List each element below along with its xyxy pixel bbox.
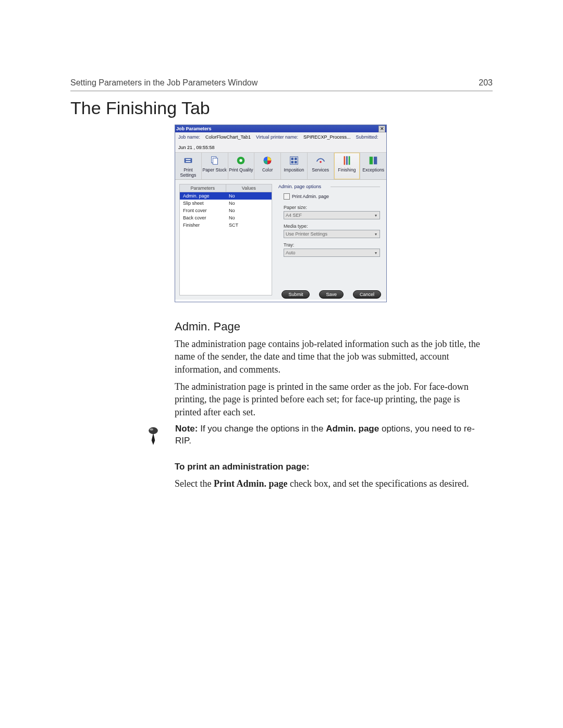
page-number: 203 [479, 78, 493, 88]
procedure-heading: To print an administration page: [175, 462, 309, 472]
tab-label: Color [254, 167, 280, 172]
paragraph: The administration page is printed in th… [175, 380, 487, 418]
select-value: Auto [286, 250, 296, 255]
procedure-body: Select the Print Admin. page check box, … [175, 477, 487, 490]
paper-size-select[interactable]: A4 SEF ▾ [284, 211, 380, 219]
procedure-post: check box, and set the specifications as… [288, 478, 469, 489]
table-row[interactable]: Back cover No [180, 214, 272, 221]
table-row[interactable]: Front cover No [180, 207, 272, 214]
svg-rect-10 [295, 158, 297, 161]
checkbox-icon [284, 193, 290, 200]
note-prefix: Note: [175, 424, 198, 434]
page-heading: The Finishing Tab [70, 98, 210, 118]
note-bold: Admin. page [326, 424, 379, 434]
chevron-down-icon: ▾ [374, 213, 378, 217]
submitted-label: Submitted: [356, 134, 378, 140]
cancel-button[interactable]: Cancel [353, 290, 381, 299]
svg-rect-0 [185, 158, 192, 163]
tab-label: Services [308, 167, 334, 172]
tray-label: Tray: [284, 242, 380, 248]
cell-parameter: Admin. page [180, 192, 226, 200]
tab-label: Print Quality [228, 167, 254, 172]
color-icon [262, 155, 273, 166]
cell-parameter: Front cover [180, 207, 226, 214]
submit-button[interactable]: Submit [282, 290, 310, 299]
tab-exceptions[interactable]: Exceptions [360, 153, 386, 179]
options-legend: Admin. page options [278, 184, 380, 189]
print-quality-icon [235, 155, 247, 166]
table-row[interactable]: Slip sheet No [180, 200, 272, 207]
job-name-label: Job name: [178, 134, 200, 140]
procedure-bold: Print Admin. page [214, 478, 288, 489]
col-values: Values [226, 184, 272, 192]
job-parameters-window: Job Parameters ✕ Job name: ColorFlowChar… [175, 125, 387, 302]
print-settings-icon [182, 155, 194, 166]
select-value: A4 SEF [286, 213, 302, 218]
section-title: Setting Parameters in the Job Parameters… [70, 78, 258, 88]
tab-services[interactable]: Services [308, 153, 334, 179]
tab-label: Print Settings [175, 167, 201, 178]
titlebar: Job Parameters ✕ [175, 125, 386, 132]
svg-rect-4 [213, 158, 217, 164]
window-title: Job Parameters [176, 126, 212, 131]
pushpin-icon [142, 423, 165, 448]
svg-rect-18 [374, 157, 377, 165]
paper-stock-icon [209, 155, 221, 166]
svg-point-20 [150, 428, 153, 430]
procedure-pre: Select the [175, 478, 214, 489]
parameter-table: Parameters Values Admin. page No Slip sh… [179, 184, 272, 295]
tab-finishing[interactable]: Finishing [334, 153, 361, 179]
tray-select[interactable]: Auto ▾ [284, 249, 380, 257]
svg-point-13 [320, 161, 322, 163]
media-type-select[interactable]: Use Printer Settings ▾ [284, 230, 380, 238]
close-icon[interactable]: ✕ [378, 126, 385, 132]
table-row[interactable]: Finisher SCT [180, 221, 272, 229]
tab-paper-stock[interactable]: Paper Stock [202, 153, 228, 179]
tab-print-settings[interactable]: Print Settings [175, 153, 202, 179]
finishing-panel: Parameters Values Admin. page No Slip sh… [175, 180, 386, 300]
subheading-admin-page: Admin. Page [175, 320, 240, 334]
chevron-down-icon: ▾ [374, 232, 378, 236]
info-bar: Job name: ColorFlowChart_Tab1 Virtual pr… [175, 132, 386, 153]
chevron-down-icon: ▾ [374, 251, 378, 255]
media-type-label: Media type: [284, 224, 380, 229]
svg-rect-9 [291, 158, 293, 161]
vpn-label: Virtual printer name: [256, 134, 298, 140]
svg-point-6 [240, 159, 243, 162]
job-name-value: ColorFlowChart_Tab1 [205, 134, 251, 140]
finishing-icon [341, 155, 352, 166]
cell-value: SCT [226, 221, 272, 229]
note-text-1: If you change the options in the [198, 424, 326, 434]
admin-page-options: Admin. page options Print Admin. page Pa… [276, 184, 382, 295]
running-head: Setting Parameters in the Job Parameters… [70, 78, 493, 91]
svg-rect-17 [370, 157, 373, 165]
cell-parameter: Finisher [180, 221, 226, 229]
table-row[interactable]: Admin. page No [180, 192, 272, 200]
col-parameters: Parameters [180, 184, 226, 192]
tab-color[interactable]: Color [254, 153, 281, 179]
svg-rect-15 [346, 156, 348, 165]
imposition-icon [288, 155, 300, 166]
svg-rect-2 [186, 161, 190, 162]
print-admin-page-checkbox[interactable]: Print Admin. page [284, 193, 380, 200]
cell-value: No [226, 214, 272, 221]
cell-parameter: Slip sheet [180, 200, 226, 207]
cell-value: No [226, 192, 272, 200]
note: Note: If you change the options in the A… [142, 423, 487, 448]
tab-label: Finishing [334, 167, 360, 172]
checkbox-label: Print Admin. page [292, 194, 329, 199]
select-value: Use Printer Settings [286, 231, 327, 237]
tab-imposition[interactable]: Imposition [281, 153, 308, 179]
category-tabs: Print Settings Paper Stock Print Quality [175, 153, 386, 180]
note-text: Note: If you change the options in the A… [175, 423, 487, 447]
svg-rect-11 [291, 161, 293, 164]
svg-rect-12 [295, 161, 297, 164]
save-button[interactable]: Save [319, 290, 344, 299]
services-icon [315, 155, 326, 166]
tab-print-quality[interactable]: Print Quality [228, 153, 255, 179]
tab-label: Exceptions [360, 167, 386, 172]
paragraph: The administration page contains job-rel… [175, 338, 487, 376]
paper-size-label: Paper size: [284, 205, 380, 210]
exceptions-icon [368, 155, 379, 166]
document-page: Setting Parameters in the Job Parameters… [0, 0, 563, 728]
